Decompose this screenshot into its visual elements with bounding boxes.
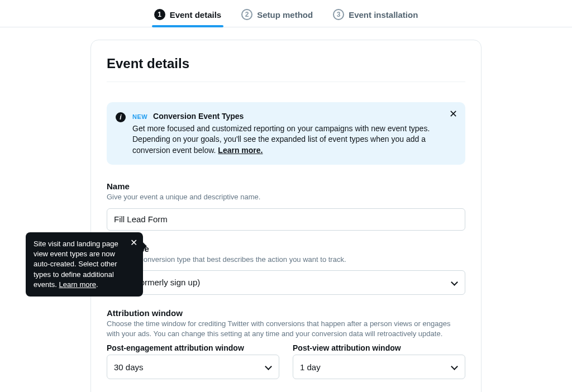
- chevron-down-icon: [451, 279, 458, 286]
- close-icon[interactable]: ✕: [130, 237, 137, 249]
- attribution-group: Attribution window Choose the time windo…: [107, 308, 465, 379]
- post-engagement-select[interactable]: 30 days: [107, 355, 279, 379]
- banner-title: Conversion Event Types: [153, 112, 244, 121]
- tooltip-learn-more-link[interactable]: Learn more: [59, 280, 96, 289]
- banner-learn-more-link[interactable]: Learn more.: [218, 146, 263, 155]
- event-type-select[interactable]: Lead (formerly sign up): [107, 270, 465, 295]
- step-setup-method[interactable]: 2 Setup method: [239, 6, 315, 27]
- event-type-group: Event type Choose a conversion type that…: [107, 244, 465, 295]
- step-label: Setup method: [257, 10, 313, 20]
- post-engagement-label: Post-engagement attribution window: [107, 343, 279, 352]
- step-number-1: 1: [154, 9, 165, 20]
- banner-description: Get more focused and customized reportin…: [132, 124, 430, 155]
- info-icon: i: [116, 112, 126, 122]
- post-view-select[interactable]: 1 day: [293, 355, 465, 379]
- name-input[interactable]: [107, 208, 465, 231]
- event-type-tooltip: Site visit and landing page view event t…: [26, 232, 143, 297]
- banner-new-tag: NEW: [132, 113, 147, 120]
- name-label: Name: [107, 181, 465, 191]
- name-group: Name Give your event a unique and descri…: [107, 181, 465, 230]
- close-icon[interactable]: ✕: [449, 109, 457, 119]
- step-number-2: 2: [241, 9, 252, 20]
- step-label: Event details: [170, 10, 222, 20]
- chevron-down-icon: [265, 364, 272, 370]
- event-type-sublabel: Choose a conversion type that best descr…: [107, 255, 465, 265]
- step-label: Event installation: [349, 10, 418, 20]
- post-view-value: 1 day: [300, 362, 321, 372]
- tooltip-period: .: [96, 280, 98, 289]
- event-details-card: Event details i NEW Conversion Event Typ…: [90, 40, 482, 392]
- name-sublabel: Give your event a unique and descriptive…: [107, 192, 465, 202]
- event-type-label: Event type: [107, 244, 465, 254]
- stepper: 1 Event details 2 Setup method 3 Event i…: [0, 0, 572, 27]
- attribution-label: Attribution window: [107, 308, 465, 318]
- info-banner: i NEW Conversion Event Types Get more fo…: [107, 102, 465, 165]
- step-event-details[interactable]: 1 Event details: [152, 6, 224, 27]
- chevron-down-icon: [451, 364, 458, 370]
- step-number-3: 3: [333, 9, 344, 20]
- page-title: Event details: [107, 56, 465, 82]
- post-view-label: Post-view attribution window: [293, 343, 465, 352]
- post-engagement-value: 30 days: [114, 362, 144, 372]
- attribution-sublabel: Choose the time window for crediting Twi…: [107, 319, 465, 339]
- step-event-installation[interactable]: 3 Event installation: [331, 6, 420, 27]
